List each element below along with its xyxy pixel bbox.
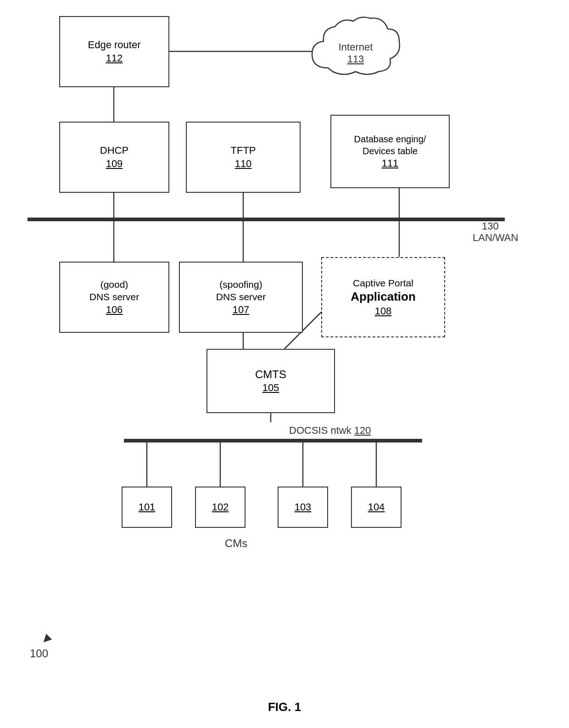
lan-wan-label: 130 <box>482 220 499 232</box>
dhcp-label: DHCP <box>100 144 128 157</box>
cms-label: CMs <box>225 537 247 550</box>
dhcp-box: DHCP 109 <box>59 122 169 193</box>
edge-router-label: Edge router <box>88 39 141 52</box>
cm-101-ref: 101 <box>139 501 156 514</box>
svg-text:Internet: Internet <box>339 41 373 53</box>
captive-portal-box: Captive PortalApplication 108 <box>321 257 445 337</box>
tftp-label: TFTP <box>231 144 256 157</box>
svg-text:113: 113 <box>347 53 364 65</box>
spoofing-dns-ref: 107 <box>233 303 250 317</box>
internet-cloud: Internet 113 <box>303 13 408 91</box>
edge-router-box: Edge router 112 <box>59 16 169 87</box>
spoofing-dns-label: (spoofing)DNS server <box>216 278 266 303</box>
cm-104-ref: 104 <box>368 501 385 514</box>
tftp-box: TFTP 110 <box>186 122 301 193</box>
tftp-ref: 110 <box>235 157 252 171</box>
edge-router-ref: 112 <box>106 52 123 65</box>
docsis-label: DOCSIS ntwk 120 <box>289 425 371 437</box>
lan-wan-text: LAN/WAN <box>473 232 518 244</box>
good-dns-box: (good)DNS server 106 <box>59 262 169 333</box>
captive-portal-label: Captive PortalApplication <box>351 277 416 305</box>
cmts-ref: 105 <box>262 381 279 395</box>
figure-caption: FIG. 1 <box>268 700 301 714</box>
cm-102-box: 102 <box>195 487 245 528</box>
good-dns-label: (good)DNS server <box>89 278 139 303</box>
dhcp-ref: 109 <box>106 157 123 171</box>
database-box: Database enging/Devices table 111 <box>330 115 450 188</box>
captive-portal-ref: 108 <box>375 305 392 318</box>
cm-103-ref: 103 <box>295 501 312 514</box>
database-ref: 111 <box>382 157 399 170</box>
spoofing-dns-box: (spoofing)DNS server 107 <box>179 262 303 333</box>
database-label: Database enging/Devices table <box>354 133 426 157</box>
cm-104-box: 104 <box>351 487 402 528</box>
cmts-label: CMTS <box>255 367 286 381</box>
good-dns-ref: 106 <box>106 303 123 317</box>
cm-101-box: 101 <box>122 487 172 528</box>
cm-102-ref: 102 <box>212 501 229 514</box>
diagram: Edge router 112 Internet 113 DHCP 109 TF… <box>0 0 569 728</box>
cm-103-box: 103 <box>278 487 328 528</box>
cmts-box: CMTS 105 <box>206 349 335 413</box>
reference-100: 100 <box>30 647 48 660</box>
